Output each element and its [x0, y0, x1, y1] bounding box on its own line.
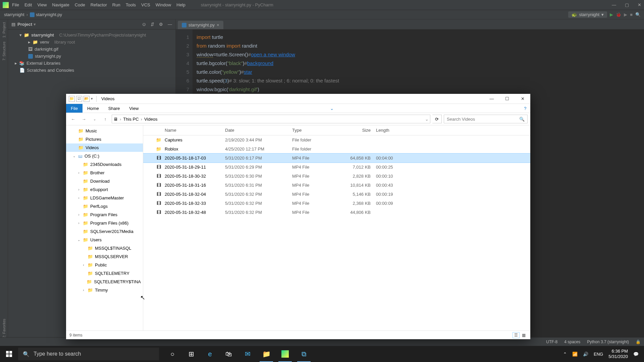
address-bar[interactable]: 🖥 › This PC › Videos ⌄ — [112, 115, 430, 123]
collapse-icon[interactable]: ⇵ — [151, 22, 154, 27]
tree-item[interactable]: ›📁Timmy — [66, 286, 143, 294]
column-headers[interactable]: Name Date Type Size Length — [143, 125, 530, 135]
interpreter-indicator[interactable]: Python 3.7 (starrynight) — [587, 340, 629, 344]
scratches[interactable]: Scratches and Consoles — [27, 68, 74, 73]
hide-icon[interactable]: — — [168, 22, 172, 27]
breadcrumb-videos[interactable]: Videos — [144, 117, 158, 122]
pycharm-taskbar-icon[interactable] — [276, 346, 294, 362]
column-type[interactable]: Type — [289, 128, 340, 133]
file-row[interactable]: 🎞2020-05-31-18-17-035/31/2020 6:17 PMMP4… — [143, 154, 530, 163]
network-icon[interactable]: 📶 — [572, 352, 578, 357]
tree-item[interactable]: 📁Videos — [66, 143, 143, 152]
breadcrumb-project[interactable]: starrynight — [4, 12, 24, 17]
minimize-button[interactable]: — — [484, 94, 499, 104]
external-libraries[interactable]: External Libraries — [26, 61, 60, 66]
run-config-selector[interactable]: 🐢 starrynight ▾ — [568, 11, 607, 18]
project-file[interactable]: starrynight.py — [35, 54, 61, 59]
forward-button[interactable]: → — [79, 117, 88, 122]
navigation-tree[interactable]: 📁Music📁Pictures📁Videos⌄🖴OS (C:)📁2345Down… — [66, 125, 143, 330]
tree-item[interactable]: ›📁eSupport — [66, 185, 143, 194]
column-size[interactable]: Size — [340, 128, 373, 133]
edge-icon[interactable]: e — [201, 346, 219, 362]
menu-file[interactable]: File — [12, 2, 19, 7]
tree-item[interactable]: ⌄🖴OS (C:) — [66, 152, 143, 160]
tree-item[interactable]: ›📁Program Files (x86) — [66, 219, 143, 227]
editor-tab[interactable]: starrynight.py × — [178, 21, 223, 29]
file-row[interactable]: 📁Captures2/19/2020 3:44 PMFile folder — [143, 135, 530, 144]
task-view-button[interactable]: ⊞ — [182, 346, 201, 362]
tab-view[interactable]: View — [124, 104, 143, 113]
menu-run[interactable]: Run — [112, 2, 120, 7]
settings-icon[interactable]: ⚙ — [159, 22, 163, 27]
qat-dropdown-icon[interactable]: ▾ — [91, 97, 93, 101]
close-button[interactable]: ✕ — [515, 94, 530, 104]
chevron-down-icon[interactable]: ▾ — [34, 22, 36, 27]
menu-vcs[interactable]: VCS — [141, 2, 150, 7]
file-row[interactable]: 🎞2020-05-31-18-30-325/31/2020 6:30 PMMP4… — [143, 172, 530, 181]
ribbon-expand-icon[interactable]: ⌄ — [327, 104, 337, 113]
menu-refactor[interactable]: Refactor — [91, 2, 107, 7]
details-view-button[interactable]: ☰ — [513, 332, 520, 338]
maximize-icon[interactable]: ▢ — [625, 2, 629, 7]
menu-edit[interactable]: Edit — [24, 2, 32, 7]
tree-item[interactable]: ›📁Public — [66, 261, 143, 269]
file-row[interactable]: 🎞2020-05-31-18-32-045/31/2020 6:32 PMMP4… — [143, 190, 530, 199]
explorer-titlebar[interactable]: 📁 ☑ 📂 ▾ Videos — ☐ ✕ — [66, 94, 530, 104]
language-indicator[interactable]: ENG — [594, 352, 603, 357]
tree-item[interactable]: 📁MSSQL$TINASQL — [66, 244, 143, 252]
file-row[interactable]: 🎞2020-05-31-18-29-115/31/2020 6:29 PMMP4… — [143, 163, 530, 172]
stop-button[interactable]: ■ — [630, 12, 633, 17]
start-button[interactable] — [0, 346, 18, 362]
locate-icon[interactable]: ⊙ — [142, 22, 146, 27]
tree-item[interactable]: ⌄📁Users — [66, 236, 143, 244]
file-explorer-taskbar-icon[interactable]: 📁 — [257, 346, 276, 362]
tab-file[interactable]: File — [66, 104, 83, 113]
structure-toolwindow-button[interactable]: 7: Structure — [2, 42, 6, 61]
breadcrumb-file[interactable]: starrynight.py — [36, 12, 62, 17]
large-icons-button[interactable]: ▦ — [521, 333, 527, 338]
file-row[interactable]: 🎞2020-05-31-18-32-485/31/2020 6:32 PMMP4… — [143, 208, 530, 217]
app-taskbar-icon[interactable]: ⧉ — [294, 346, 313, 362]
notifications-icon[interactable]: 💬 — [633, 352, 639, 357]
recent-dropdown-icon[interactable]: ⌄ — [90, 117, 99, 121]
column-date[interactable]: Date — [222, 128, 289, 133]
file-row[interactable]: 📁Roblox4/25/2020 12:17 PMFile folder — [143, 144, 530, 154]
project-tree[interactable]: ▾📁starrynight C:\Users\Timmy\PycharmProj… — [8, 29, 175, 76]
lock-icon[interactable]: 🔒 — [636, 340, 641, 344]
tree-item[interactable]: ›📁Program Files — [66, 210, 143, 219]
menu-tools[interactable]: Tools — [126, 2, 136, 7]
tree-item[interactable]: 📁SQLTELEMETRY — [66, 269, 143, 278]
expand-arrow-icon[interactable]: ▸ — [15, 61, 17, 66]
tree-item[interactable]: 📁MSSQLSERVER — [66, 252, 143, 261]
project-root[interactable]: starrynight — [31, 33, 54, 38]
tree-item[interactable]: 📁PerfLogs — [66, 202, 143, 210]
menu-help[interactable]: Help — [176, 2, 185, 7]
project-file[interactable]: darknight.gif — [35, 47, 58, 52]
collapse-arrow-icon[interactable]: ▾ — [19, 33, 22, 38]
mail-icon[interactable]: ✉ — [238, 346, 257, 362]
store-icon[interactable]: 🛍 — [219, 346, 238, 362]
menu-window[interactable]: Window — [156, 2, 171, 7]
project-toolwindow-button[interactable]: 1: Project — [2, 22, 6, 38]
menu-view[interactable]: View — [37, 2, 47, 7]
search-input[interactable]: Search Videos 🔍 — [444, 115, 528, 123]
breadcrumb-thispc[interactable]: This PC — [123, 117, 139, 122]
expand-arrow-icon[interactable]: ▸ — [28, 40, 31, 45]
up-button[interactable]: ↑ — [101, 117, 110, 122]
column-name[interactable]: Name — [162, 128, 222, 133]
venv-folder[interactable]: venv — [40, 40, 49, 45]
tree-item[interactable]: 📁SQLTELEMETRY$TINA — [66, 278, 143, 286]
tree-item[interactable]: 📁Download — [66, 177, 143, 185]
taskbar-search[interactable]: 🔍 Type here to search — [18, 348, 159, 360]
minimize-icon[interactable]: — — [612, 2, 616, 7]
tree-item[interactable]: 📁SQLServer2017Media — [66, 227, 143, 236]
run-coverage-button[interactable]: ▶ — [624, 12, 627, 17]
file-rows[interactable]: 📁Captures2/19/2020 3:44 PMFile folder📁Ro… — [143, 135, 530, 330]
close-icon[interactable]: ✕ — [638, 2, 641, 7]
volume-icon[interactable]: 🔊 — [583, 352, 588, 357]
search-everywhere-button[interactable]: 🔍 — [635, 12, 641, 17]
address-dropdown-icon[interactable]: ⌄ — [425, 117, 429, 122]
menu-navigate[interactable]: Navigate — [52, 2, 69, 7]
file-row[interactable]: 🎞2020-05-31-18-31-165/31/2020 6:31 PMMP4… — [143, 181, 530, 190]
clock[interactable]: 6:36 PM 5/31/2020 — [608, 349, 628, 359]
